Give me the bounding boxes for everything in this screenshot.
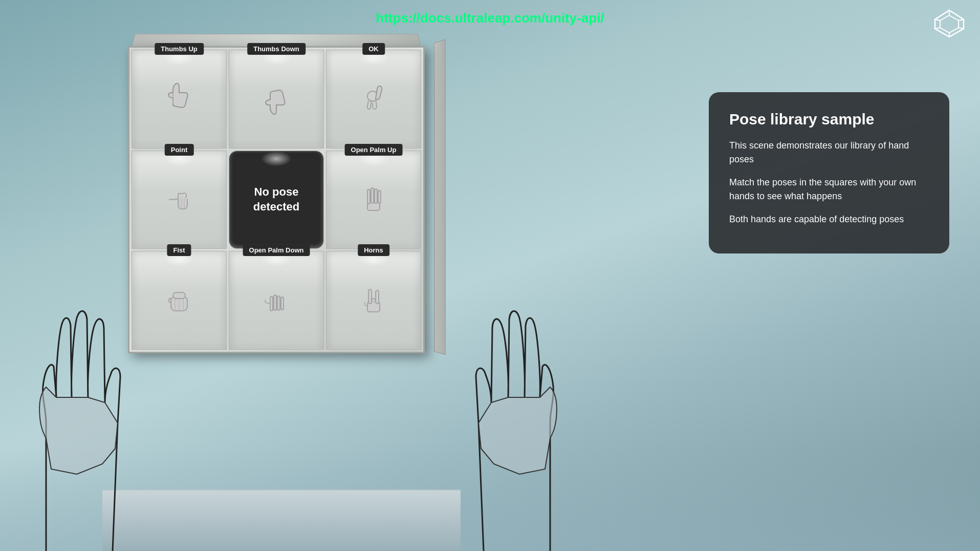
label-open-palm-up: Open Palm Up — [345, 144, 403, 156]
info-panel: Pose library sample This scene demonstra… — [709, 92, 949, 253]
cell-point: Point — [132, 151, 227, 249]
cell-thumbs-up: Thumbs Up — [132, 50, 227, 149]
svg-rect-24 — [281, 297, 284, 310]
docs-url[interactable]: https://docs.ultraleap.com/unity-api/ — [376, 10, 604, 26]
cell-open-palm-down: Open Palm Down — [229, 251, 324, 350]
cell-no-pose: No posedetected — [229, 151, 324, 249]
svg-rect-22 — [274, 295, 276, 310]
no-pose-text: No posedetected — [253, 185, 299, 214]
cell-open-palm-up: Open Palm Up — [326, 151, 421, 249]
label-horns: Horns — [358, 244, 389, 256]
label-ok: OK — [362, 43, 385, 55]
label-point: Point — [165, 144, 194, 156]
svg-rect-27 — [376, 290, 379, 304]
info-paragraph-2: Match the poses in the squares with your… — [729, 176, 929, 203]
cell-horns: Horns — [326, 251, 421, 350]
svg-rect-12 — [371, 188, 374, 203]
cell-thumbs-down: Thumbs Down — [229, 50, 324, 149]
cell-ok: OK — [326, 50, 421, 149]
info-paragraph-3: Both hands are capable of detecting pose… — [729, 213, 929, 226]
svg-line-6 — [935, 28, 940, 29]
info-title: Pose library sample — [729, 110, 929, 129]
label-thumbs-up: Thumbs Up — [155, 43, 204, 55]
svg-line-3 — [959, 19, 964, 20]
svg-marker-1 — [940, 15, 959, 33]
label-open-palm-down: Open Palm Down — [243, 244, 310, 256]
svg-rect-21 — [270, 296, 273, 311]
gesture-thumbs-up — [159, 78, 200, 119]
svg-rect-23 — [277, 296, 280, 310]
svg-rect-13 — [375, 189, 377, 203]
gesture-open-palm-down — [256, 280, 297, 321]
gesture-open-palm-up — [353, 179, 394, 220]
gesture-ok — [353, 78, 394, 119]
ultraleap-logo — [934, 9, 965, 39]
svg-line-4 — [959, 28, 964, 29]
right-hand — [417, 244, 581, 551]
info-paragraph-1: This scene demonstrates our library of h… — [729, 139, 929, 166]
svg-rect-14 — [378, 190, 381, 203]
left-hand — [15, 244, 179, 551]
label-thumbs-down: Thumbs Down — [247, 43, 306, 55]
svg-line-7 — [935, 19, 940, 20]
gesture-horns — [353, 280, 394, 321]
gesture-point — [159, 179, 200, 220]
gesture-thumbs-down — [256, 78, 297, 119]
svg-rect-11 — [367, 189, 370, 204]
